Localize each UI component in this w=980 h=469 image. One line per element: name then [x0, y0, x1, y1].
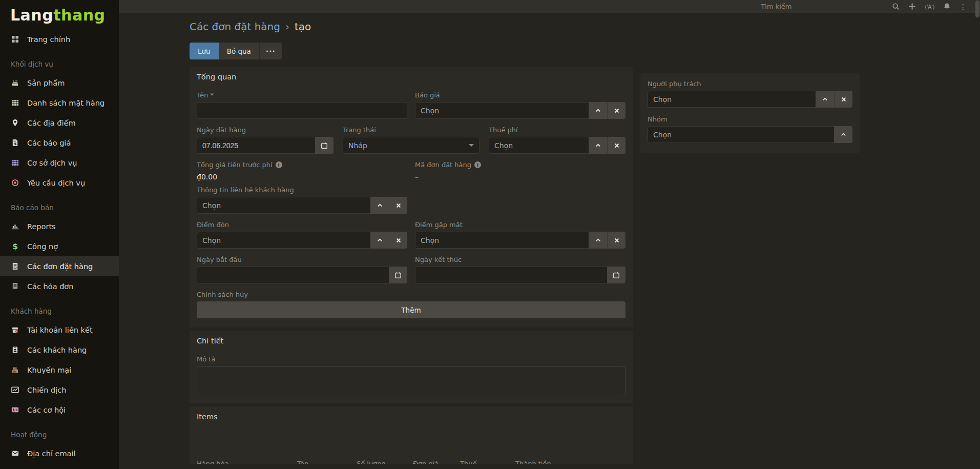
meeting-point-select[interactable]: Chọn — [415, 232, 589, 249]
pickup-point-clear-button[interactable] — [389, 232, 407, 249]
pickup-point-expand-button[interactable] — [370, 232, 389, 249]
start-date-input[interactable] — [197, 267, 389, 283]
field-customer-contact-label: Thông tin liên hệ khách hàng — [197, 186, 407, 194]
meeting-point-expand-button[interactable] — [589, 232, 607, 249]
sidebar-item-locations[interactable]: Các địa điểm — [0, 113, 119, 133]
team-expand-button[interactable] — [834, 126, 852, 143]
address-card-icon — [11, 406, 19, 414]
sidebar-item-invoices[interactable]: Các hóa đơn — [0, 276, 119, 296]
name-input[interactable] — [197, 102, 407, 119]
sidebar-item-label: Chiến dịch — [27, 386, 66, 394]
items-column-headers: Hàng hóa Tên Số lượng Đơn giá Thuế Thành… — [197, 460, 625, 464]
sidebar-item-label: Các đơn đặt hàng — [27, 262, 93, 271]
assigned-user-expand-button[interactable] — [816, 91, 834, 108]
sidebar-section-sales-reports: Báo cáo bán — [0, 199, 119, 216]
sidebar-item-label: Các báo giá — [27, 139, 71, 147]
field-quote-label: Báo giá — [415, 91, 625, 99]
map-marker-icon — [11, 119, 19, 127]
items-column: Thành tiền — [515, 460, 551, 464]
tax-clear-button[interactable] — [607, 137, 625, 154]
chart-line-icon — [11, 386, 19, 394]
close-icon — [395, 202, 402, 209]
breadcrumb-parent-link[interactable]: Các đơn đặt hàng — [190, 21, 280, 33]
sidebar-item-label: Reports — [27, 222, 56, 231]
items-column: Đơn giá — [413, 460, 439, 464]
sidebar-item-debts[interactable]: $ Công nợ — [0, 236, 119, 256]
field-quote: Báo giá Chọn — [415, 91, 625, 119]
record-form: Tổng quan Tên * Báo giá Chọn — [190, 67, 633, 464]
sidebar-item-label: Các địa điểm — [27, 119, 76, 127]
sidebar-item-service-bases[interactable]: Cơ sở dịch vụ — [0, 153, 119, 173]
sidebar-item-item-list[interactable]: Danh sách mặt hàng — [0, 93, 119, 113]
file-invoice-icon — [11, 262, 19, 270]
customer-contact-select[interactable]: Chọn — [197, 197, 370, 214]
tax-expand-button[interactable] — [589, 137, 607, 154]
panel-assignment: Người phụ trách Chọn Nhóm — [640, 73, 860, 153]
quote-select[interactable]: Chọn — [415, 102, 589, 119]
cake-icon — [11, 79, 19, 87]
status-select[interactable]: Nháp — [343, 137, 479, 154]
bell-icon[interactable] — [943, 3, 951, 10]
sidebar-item-customers[interactable]: Các khách hàng — [0, 340, 119, 360]
brand-logo-part2: thang — [53, 6, 105, 24]
tax-select[interactable]: Chọn — [489, 137, 589, 154]
file-invoice-dollar-icon: $ — [11, 139, 19, 147]
order-date-input[interactable] — [197, 137, 315, 154]
sidebar-item-linked-accounts[interactable]: Tài khoản liên kết — [0, 320, 119, 340]
scrollbar-thumb[interactable] — [975, 1, 979, 17]
end-date-calendar-button[interactable] — [607, 267, 625, 283]
order-date-calendar-button[interactable] — [315, 137, 333, 154]
language-broadcast-icon[interactable]: ('A') — [925, 4, 934, 10]
kebab-menu-icon[interactable]: ⋮ — [960, 3, 967, 11]
assigned-user-select[interactable]: Chọn — [648, 91, 816, 108]
field-status: Trạng thái Nháp — [343, 126, 479, 154]
customer-contact-expand-button[interactable] — [370, 197, 389, 214]
brand-logo[interactable]: Langthang — [0, 0, 119, 29]
chevron-up-icon — [595, 142, 601, 149]
sidebar-item-label: Khuyến mại — [27, 366, 71, 374]
sidebar-item-home[interactable]: Trang chính — [0, 29, 119, 49]
sidebar-item-quotes[interactable]: $ Các báo giá — [0, 133, 119, 153]
cancel-policy-add-button[interactable]: Thêm — [197, 301, 625, 318]
chevron-up-icon — [377, 237, 383, 243]
quick-create-plus-icon[interactable] — [908, 3, 916, 10]
assigned-user-clear-button[interactable] — [834, 91, 852, 108]
sidebar-item-label: Tài khoản liên kết — [27, 326, 93, 334]
chevron-up-icon — [595, 107, 601, 114]
quote-clear-button[interactable] — [607, 102, 625, 119]
info-icon: i — [474, 161, 481, 168]
sidebar-item-campaigns[interactable]: Chiến dịch — [0, 380, 119, 400]
sidebar-item-email-addresses[interactable]: Địa chỉ email — [0, 443, 119, 463]
start-date-calendar-button[interactable] — [389, 267, 407, 283]
customer-contact-clear-button[interactable] — [389, 197, 407, 214]
field-tax: Thuế phí Chọn — [489, 126, 625, 154]
close-icon — [614, 108, 620, 114]
register-clock-icon — [11, 326, 19, 334]
sidebar-item-label: Trang chính — [27, 35, 70, 44]
end-date-input[interactable] — [415, 267, 607, 283]
cancel-button[interactable]: Bỏ qua — [219, 43, 259, 59]
sidebar-item-promotions[interactable]: Khuyến mại — [0, 360, 119, 380]
field-pre-tax-total: Tổng giá tiền trước phíi ₫0.00 — [197, 161, 407, 181]
field-pre-tax-total-label: Tổng giá tiền trước phíi — [197, 161, 407, 169]
sidebar-item-service-requests[interactable]: Yêu cầu dịch vụ — [0, 173, 119, 193]
field-customer-contact: Thông tin liên hệ khách hàng Chọn — [197, 186, 407, 214]
search-icon[interactable] — [892, 3, 900, 10]
field-team: Nhóm Chọn — [648, 115, 852, 143]
save-button[interactable]: Lưu — [190, 43, 219, 59]
global-search-input[interactable]: Tìm kiếm — [761, 3, 889, 10]
more-actions-button[interactable]: ••• — [259, 43, 282, 59]
sidebar-item-products[interactable]: Sản phẩm — [0, 73, 119, 93]
sidebar-item-opportunities[interactable]: Các cơ hội — [0, 400, 119, 420]
description-textarea[interactable] — [197, 366, 625, 395]
pickup-point-select[interactable]: Chọn — [197, 232, 370, 249]
quote-expand-button[interactable] — [589, 102, 607, 119]
sidebar-item-label: Công nợ — [27, 242, 58, 251]
sidebar-item-sales-orders[interactable]: Các đơn đặt hàng — [0, 256, 119, 276]
sidebar-item-reports[interactable]: Reports — [0, 216, 119, 236]
panel-details: Chi tiết Mô tả — [190, 328, 633, 403]
team-select[interactable]: Chọn — [648, 126, 834, 143]
close-icon — [614, 237, 620, 243]
meeting-point-clear-button[interactable] — [607, 232, 625, 249]
field-cancel-policy-label: Chính sách hủy — [197, 291, 625, 298]
